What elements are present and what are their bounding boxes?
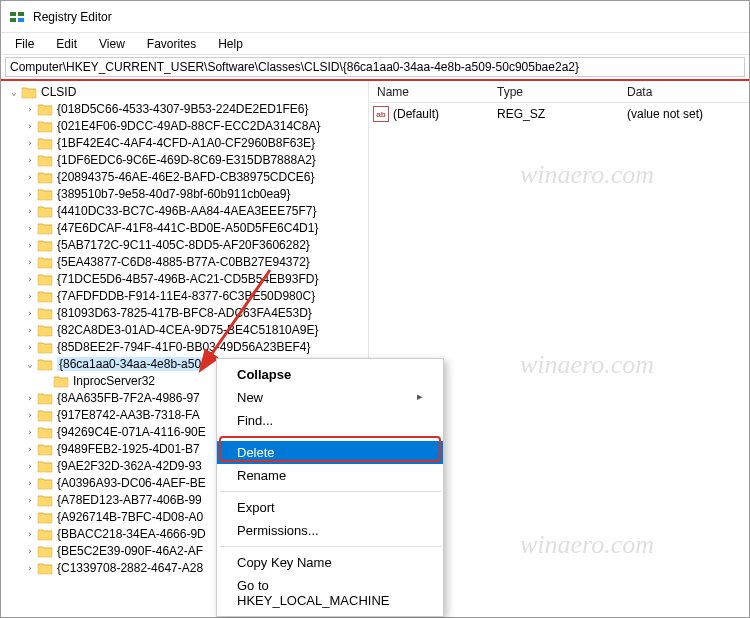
ctx-delete[interactable]: Delete — [217, 441, 443, 464]
tree-row[interactable]: ›{018D5C66-4533-4307-9B53-224DE2ED1FE6} — [1, 100, 368, 117]
chevron-right-icon[interactable]: › — [23, 546, 37, 556]
menu-view[interactable]: View — [89, 35, 135, 53]
folder-icon — [37, 323, 53, 337]
ctx-goto[interactable]: Go to HKEY_LOCAL_MACHINE — [217, 574, 443, 612]
folder-icon — [37, 170, 53, 184]
tree-row[interactable]: ›{82CA8DE3-01AD-4CEA-9D75-BE4C51810A9E} — [1, 321, 368, 338]
svg-rect-0 — [10, 12, 16, 16]
tree-row[interactable]: ›{1DF6EDC6-9C6E-469D-8C69-E315DB7888A2} — [1, 151, 368, 168]
tree-row[interactable]: ›{47E6DCAF-41F8-441C-BD0E-A50D5FE6C4D1} — [1, 219, 368, 236]
chevron-right-icon[interactable]: › — [23, 495, 37, 505]
ctx-collapse[interactable]: Collapse — [217, 363, 443, 386]
menu-edit[interactable]: Edit — [46, 35, 87, 53]
chevron-right-icon[interactable]: › — [23, 325, 37, 335]
tree-label: {A926714B-7BFC-4D08-A0 — [57, 510, 203, 524]
folder-icon — [37, 255, 53, 269]
chevron-right-icon[interactable]: › — [23, 512, 37, 522]
tree-row[interactable]: ›{71DCE5D6-4B57-496B-AC21-CD5B54EB93FD} — [1, 270, 368, 287]
folder-icon — [37, 136, 53, 150]
value-row[interactable]: ab (Default) REG_SZ (value not set) — [369, 105, 749, 123]
ctx-separator — [219, 436, 441, 437]
tree-label: {A78ED123-AB77-406B-99 — [57, 493, 202, 507]
ctx-permissions[interactable]: Permissions... — [217, 519, 443, 542]
chevron-right-icon[interactable]: › — [23, 563, 37, 573]
tree-row[interactable]: ›{4410DC33-BC7C-496B-AA84-4AEA3EEE75F7} — [1, 202, 368, 219]
chevron-right-icon[interactable]: › — [23, 189, 37, 199]
folder-icon — [37, 153, 53, 167]
folder-icon — [37, 425, 53, 439]
menubar: File Edit View Favorites Help — [1, 33, 749, 55]
chevron-right-icon[interactable]: › — [23, 274, 37, 284]
chevron-right-icon[interactable]: › — [23, 478, 37, 488]
chevron-right-icon[interactable]: › — [23, 410, 37, 420]
folder-icon — [53, 374, 69, 388]
folder-icon — [37, 221, 53, 235]
folder-icon — [37, 561, 53, 575]
chevron-right-icon[interactable]: › — [23, 121, 37, 131]
col-data[interactable]: Data — [619, 83, 749, 101]
ctx-find[interactable]: Find... — [217, 409, 443, 432]
chevron-right-icon[interactable]: › — [23, 223, 37, 233]
ctx-copy-key[interactable]: Copy Key Name — [217, 551, 443, 574]
folder-icon — [37, 340, 53, 354]
tree-row[interactable]: ›{81093D63-7825-417B-BFC8-ADC63FA4E53D} — [1, 304, 368, 321]
tree-row[interactable]: ›{1BF42E4C-4AF4-4CFD-A1A0-CF2960B8F63E} — [1, 134, 368, 151]
tree-row[interactable]: ›{5EA43877-C6D8-4885-B77A-C0BB27E94372} — [1, 253, 368, 270]
tree-row[interactable]: ›{021E4F06-9DCC-49AD-88CF-ECC2DA314C8A} — [1, 117, 368, 134]
folder-icon — [37, 391, 53, 405]
titlebar: Registry Editor — [1, 1, 749, 33]
tree-label: {81093D63-7825-417B-BFC8-ADC63FA4E53D} — [57, 306, 312, 320]
chevron-right-icon[interactable]: › — [23, 308, 37, 318]
value-type: REG_SZ — [489, 107, 619, 121]
chevron-right-icon[interactable]: › — [23, 155, 37, 165]
ctx-export[interactable]: Export — [217, 496, 443, 519]
chevron-right-icon[interactable]: › — [23, 427, 37, 437]
chevron-right-icon[interactable]: › — [23, 529, 37, 539]
chevron-right-icon[interactable]: › — [23, 206, 37, 216]
tree-row[interactable]: ›{5AB7172C-9C11-405C-8DD5-AF20F3606282} — [1, 236, 368, 253]
chevron-right-icon[interactable]: › — [23, 461, 37, 471]
list-header: Name Type Data — [369, 81, 749, 103]
ctx-rename[interactable]: Rename — [217, 464, 443, 487]
chevron-right-icon[interactable]: › — [23, 104, 37, 114]
tree-label: {9AE2F32D-362A-42D9-93 — [57, 459, 202, 473]
tree-label: {20894375-46AE-46E2-BAFD-CB38975CDCE6} — [57, 170, 315, 184]
chevron-right-icon[interactable]: › — [23, 172, 37, 182]
addressbar — [1, 55, 749, 81]
col-name[interactable]: Name — [369, 83, 489, 101]
chevron-right-icon[interactable]: › — [23, 291, 37, 301]
folder-icon — [37, 459, 53, 473]
tree-label: {9489FEB2-1925-4D01-B7 — [57, 442, 200, 456]
tree-row[interactable]: ›{389510b7-9e58-40d7-98bf-60b911cb0ea9} — [1, 185, 368, 202]
ctx-new[interactable]: New — [217, 386, 443, 409]
chevron-right-icon[interactable]: › — [23, 342, 37, 352]
menu-help[interactable]: Help — [208, 35, 253, 53]
tree-row[interactable]: ›{7AFDFDDB-F914-11E4-8377-6C3BE50D980C} — [1, 287, 368, 304]
chevron-right-icon[interactable]: › — [23, 240, 37, 250]
folder-icon — [37, 493, 53, 507]
ctx-separator — [219, 546, 441, 547]
folder-icon — [21, 85, 37, 99]
folder-icon — [37, 102, 53, 116]
chevron-right-icon[interactable]: › — [23, 444, 37, 454]
chevron-down-icon[interactable]: ⌄ — [7, 87, 21, 97]
chevron-right-icon[interactable]: › — [23, 393, 37, 403]
folder-icon — [37, 527, 53, 541]
col-type[interactable]: Type — [489, 83, 619, 101]
chevron-down-icon[interactable]: ⌄ — [23, 359, 37, 369]
chevron-right-icon[interactable]: › — [23, 257, 37, 267]
menu-favorites[interactable]: Favorites — [137, 35, 206, 53]
tree-label: {71DCE5D6-4B57-496B-AC21-CD5B54EB93FD} — [57, 272, 318, 286]
chevron-right-icon[interactable]: › — [23, 138, 37, 148]
folder-icon — [37, 306, 53, 320]
menu-file[interactable]: File — [5, 35, 44, 53]
tree-row[interactable]: ⌄CLSID — [1, 83, 368, 100]
tree-label: {A0396A93-DC06-4AEF-BE — [57, 476, 206, 490]
tree-label: {018D5C66-4533-4307-9B53-224DE2ED1FE6} — [57, 102, 309, 116]
tree-label: {917E8742-AA3B-7318-FA — [57, 408, 200, 422]
folder-icon — [37, 408, 53, 422]
address-input[interactable] — [5, 57, 745, 77]
tree-row[interactable]: ›{20894375-46AE-46E2-BAFD-CB38975CDCE6} — [1, 168, 368, 185]
tree-label: {1BF42E4C-4AF4-4CFD-A1A0-CF2960B8F63E} — [57, 136, 315, 150]
tree-row[interactable]: ›{85D8EE2F-794F-41F0-BB03-49D56A23BEF4} — [1, 338, 368, 355]
